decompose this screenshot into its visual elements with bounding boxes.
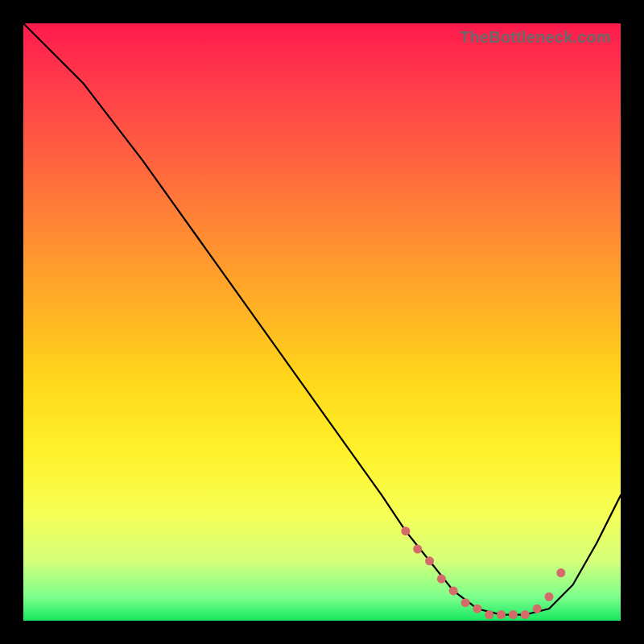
optimal-dot [521, 610, 530, 619]
optimal-dot [545, 592, 554, 601]
bottleneck-curve [23, 23, 621, 615]
optimal-dot [533, 605, 542, 613]
optimal-dots [401, 526, 565, 619]
optimal-dot [401, 526, 410, 535]
optimal-dot [556, 568, 565, 577]
optimal-dot [425, 556, 434, 565]
optimal-dot [437, 575, 446, 584]
optimal-dot [497, 610, 506, 619]
optimal-dot [485, 610, 493, 619]
optimal-dot [509, 610, 518, 619]
optimal-dot [449, 586, 458, 595]
optimal-dot [461, 598, 470, 607]
gradient-plot-area: TheBottleneck.com [23, 23, 621, 621]
optimal-dot [473, 605, 481, 613]
optimal-dot [413, 545, 422, 554]
chart-frame: TheBottleneck.com [0, 0, 644, 644]
curve-svg [23, 23, 621, 621]
